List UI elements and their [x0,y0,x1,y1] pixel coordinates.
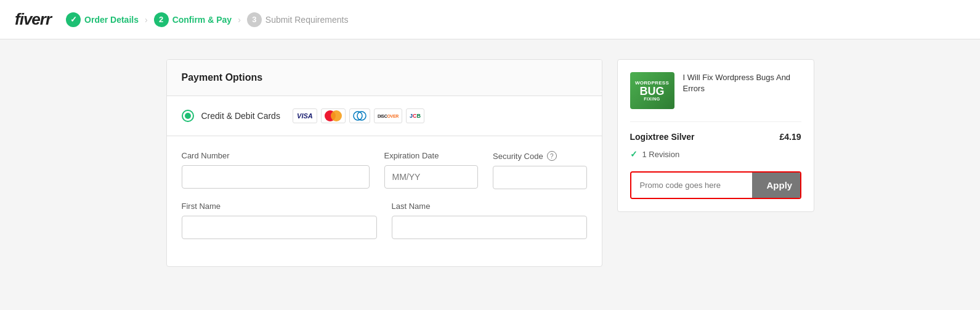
main-content: Payment Options Credit & Debit Cards VIS… [152,39,829,287]
promo-section: Apply [630,171,801,199]
last-name-label: Last Name [392,202,587,211]
first-name-input[interactable] [182,216,377,239]
gig-title: I Will Fix Wordpress Bugs And Errors [683,72,801,94]
step3-circle: 3 [247,12,262,27]
breadcrumb-step-3: 3 Submit Requirements [247,12,349,27]
radio-inner [185,113,191,119]
card-icons: VISA DISCOVER [293,108,424,123]
card-number-label: Card Number [182,151,370,160]
mc-right [331,110,342,121]
breadcrumb-step-1: ✓ Order Details [66,12,139,27]
step2-circle: 2 [154,12,169,27]
promo-input[interactable] [631,173,752,198]
right-panel: WORDPRESS BUG FIXING I Will Fix Wordpres… [617,59,814,267]
payment-method-row[interactable]: Credit & Debit Cards VISA [167,96,602,136]
step1-label: Order Details [84,15,139,25]
order-summary: WORDPRESS BUG FIXING I Will Fix Wordpres… [617,59,814,212]
step2-label: Confirm & Pay [172,15,232,25]
package-price: £4.19 [779,132,801,142]
divider [630,121,801,122]
mastercard-icon [321,108,346,123]
breadcrumb-step-2: 2 Confirm & Pay [154,12,232,27]
step1-check-icon: ✓ [70,15,77,24]
step3-number: 3 [252,15,256,24]
last-name-input[interactable] [392,216,587,239]
package-name: Logixtree Silver [630,132,695,142]
diners-icon [349,108,370,123]
revision-label: 1 Revision [642,150,680,159]
first-name-group: First Name [182,202,377,239]
step3-label: Submit Requirements [265,15,349,25]
header: fiverr ✓ Order Details › 2 Confirm & Pay… [0,0,980,39]
left-panel: Payment Options Credit & Debit Cards VIS… [166,59,602,267]
expiration-label: Expiration Date [384,151,479,160]
logo[interactable]: fiverr [15,10,51,29]
form-row-1: Card Number Expiration Date Security Cod… [182,151,587,189]
package-row: Logixtree Silver £4.19 [630,132,801,142]
logo-text: fiverr [15,10,51,28]
check-icon: ✓ [630,149,638,159]
breadcrumb: ✓ Order Details › 2 Confirm & Pay › 3 Su… [66,12,348,27]
card-form: Card Number Expiration Date Security Cod… [167,136,602,266]
thumb-line3: FIXING [644,97,660,101]
revision-row: ✓ 1 Revision [630,149,801,159]
radio-credit-card[interactable] [182,110,194,122]
last-name-group: Last Name [392,202,587,239]
chevron-icon-1: › [145,15,148,25]
visa-icon: VISA [293,108,317,123]
jcb-icon: JCB [406,108,424,123]
expiration-group: Expiration Date [384,151,479,189]
diners-svg [353,110,366,121]
security-help-icon[interactable]: ? [547,151,557,161]
gig-thumbnail: WORDPRESS BUG FIXING [630,72,674,109]
gig-row: WORDPRESS BUG FIXING I Will Fix Wordpres… [630,72,801,109]
apply-button[interactable]: Apply [752,173,801,198]
card-number-input[interactable] [182,165,370,189]
expiration-input[interactable] [384,165,479,189]
form-row-2: First Name Last Name [182,202,587,239]
payment-options-title: Payment Options [167,60,602,96]
chevron-icon-2: › [238,15,241,25]
method-label: Credit & Debit Cards [201,111,280,121]
security-code-group: Security Code ? [493,151,587,189]
security-code-input[interactable] [493,166,587,189]
discover-icon: DISCOVER [374,108,402,123]
first-name-label: First Name [182,202,377,211]
card-number-group: Card Number [182,151,370,189]
step1-circle: ✓ [66,12,81,27]
step2-number: 2 [159,15,163,24]
thumb-line2: BUG [640,86,665,97]
security-code-label: Security Code ? [493,151,587,161]
